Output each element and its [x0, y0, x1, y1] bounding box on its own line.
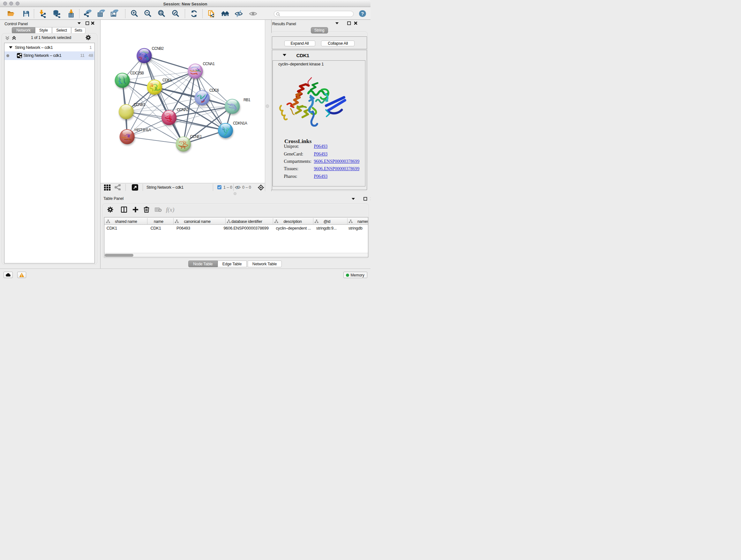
svg-text:CDC6: CDC6 — [209, 88, 219, 92]
svg-text:CCNB1: CCNB1 — [133, 103, 145, 107]
svg-text:HIST1H1A: HIST1H1A — [135, 128, 151, 132]
svg-text:CCNA2: CCNA2 — [177, 108, 189, 112]
svg-text:CDC25B: CDC25B — [130, 71, 144, 75]
svg-text:CCNA1: CCNA1 — [203, 62, 215, 66]
svg-text:RB1: RB1 — [244, 98, 251, 102]
svg-text:CDKN1A: CDKN1A — [233, 121, 247, 125]
svg-text:CCNE1: CCNE1 — [190, 134, 202, 139]
svg-text:CCNB2: CCNB2 — [152, 46, 164, 51]
svg-text:CDK1: CDK1 — [162, 78, 172, 82]
